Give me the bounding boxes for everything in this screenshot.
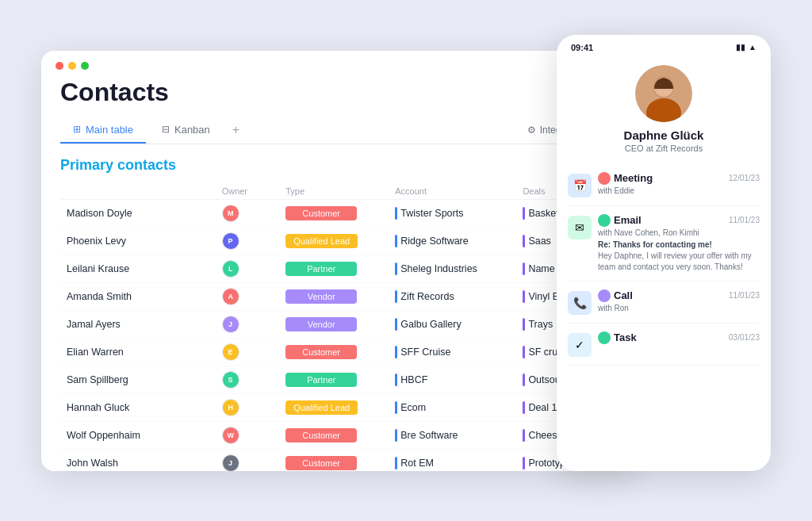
dot-green[interactable] (81, 62, 89, 70)
activity-type-label: Email (614, 214, 726, 226)
type-badge: Customer (285, 345, 357, 359)
tab-kanban[interactable]: ⊟ Kanban (149, 117, 223, 144)
tab-bar: ⊞ Main table ⊟ Kanban + ⚙ Integrate D R (60, 117, 617, 144)
title-bar (41, 51, 636, 78)
owner-avatar: E (222, 343, 239, 361)
activity-sub: with Nave Cohen, Ron Kimhi (598, 228, 760, 237)
table-row[interactable]: Phoenix Levy P Qualified Lead Ridge Soft… (60, 227, 617, 255)
activity-user-avatar (598, 331, 611, 344)
deals-bar (523, 207, 525, 220)
account-name: Rot EM (400, 458, 434, 469)
table-row[interactable]: Jamal Ayers J Vendor Galbu Gallery Trays (60, 310, 617, 338)
type-badge: Customer (285, 428, 357, 442)
table-row[interactable]: Sam Spillberg S Partner HBCF Outsourci (60, 366, 617, 393)
table-row[interactable]: Hannah Gluck H Qualified Lead Ecom Deal … (60, 393, 617, 421)
account-name: Bre Software (400, 430, 458, 441)
crm-header: Contacts ⊞ Main table ⊟ Kanban + ⚙ Integ… (41, 78, 636, 144)
account-name: Sheleg Industries (400, 263, 477, 274)
activity-type-icon: ✉ (575, 221, 584, 234)
account-name: Ridge Software (400, 236, 468, 247)
deals-bar (523, 401, 525, 414)
account-name: HBCF (400, 374, 427, 385)
activity-item[interactable]: 📅 Meeting 12/01/23 with Eddie (568, 164, 760, 206)
activity-date: 11/01/23 (729, 291, 760, 300)
contact-account: Rot EM (389, 449, 516, 471)
contact-name: Wolf Oppenhaim (60, 421, 216, 449)
contact-owner: M (216, 199, 280, 227)
activity-list: 📅 Meeting 12/01/23 with Eddie ✉ Email 11… (557, 164, 771, 471)
contact-type: Partner (279, 255, 389, 282)
profile-avatar (635, 65, 692, 122)
contact-type: Partner (279, 366, 389, 393)
account-name: SFF Cruise (400, 347, 450, 358)
tab-main-table[interactable]: ⊞ Main table (60, 117, 146, 144)
deals-bar (523, 290, 525, 303)
statusbar-time: 09:41 (571, 43, 593, 52)
deals-bar (523, 346, 525, 358)
contact-type: Customer (279, 421, 389, 449)
tab-kanban-label: Kanban (174, 124, 210, 136)
table-row[interactable]: Madison Doyle M Customer Twister Sports … (60, 199, 617, 227)
contact-type: Customer (279, 449, 389, 471)
activity-user-avatar (598, 172, 611, 185)
account-bar (395, 457, 397, 469)
contact-name: Amanda Smith (60, 282, 216, 310)
contact-account: Ecom (389, 393, 516, 421)
col-header-type: Type (279, 183, 389, 200)
crm-window: Contacts ⊞ Main table ⊟ Kanban + ⚙ Integ… (41, 51, 636, 471)
owner-avatar: H (222, 399, 239, 416)
account-bar (395, 262, 397, 275)
table-row[interactable]: Wolf Oppenhaim W Customer Bre Software C… (60, 421, 617, 449)
contact-owner: W (216, 421, 280, 449)
account-bar (395, 429, 397, 442)
profile-name: Daphne Glück (624, 128, 704, 142)
table-row[interactable]: Leilani Krause L Partner Sheleg Industri… (60, 255, 617, 282)
owner-avatar: P (222, 232, 239, 250)
account-bar (395, 401, 397, 414)
activity-type-icon: 📅 (573, 179, 587, 192)
wifi-icon: ▲ (749, 43, 756, 52)
contact-owner: A (216, 282, 280, 310)
activity-type-icon: ✓ (575, 339, 584, 351)
contact-owner: L (216, 255, 280, 282)
activity-top: Meeting 12/01/23 (598, 172, 760, 185)
tab-add-button[interactable]: + (226, 117, 246, 144)
dot-yellow[interactable] (68, 62, 76, 70)
table-row[interactable]: John Walsh J Customer Rot EM Prototype (60, 449, 617, 471)
contact-type: Qualified Lead (279, 393, 389, 421)
type-badge: Partner (285, 262, 357, 276)
activity-user-avatar (598, 289, 611, 302)
col-header-name (60, 183, 216, 200)
type-badge: Vendor (285, 317, 357, 331)
table-row[interactable]: Amanda Smith A Vendor Zift Records Vinyl… (60, 282, 617, 310)
activity-item[interactable]: 📞 Call 11/01/23 with Ron (568, 282, 760, 324)
account-bar (395, 207, 397, 220)
activity-body: Email 11/01/23 with Nave Cohen, Ron Kimh… (598, 214, 760, 273)
type-badge: Qualified Lead (285, 234, 358, 248)
contact-name: Madison Doyle (60, 199, 216, 227)
owner-avatar: M (222, 205, 239, 222)
contact-name: Elian Warren (60, 338, 216, 366)
mobile-panel: 09:41 ▮▮ ▲ Daphne Glück CEO at Zift Reco… (557, 35, 771, 471)
activity-item[interactable]: ✓ Task 03/01/23 (568, 324, 760, 366)
deals-name: Deal 1 (528, 402, 557, 413)
activity-top: Task 03/01/23 (598, 331, 760, 344)
page-title: Contacts (60, 78, 617, 107)
contact-name: Jamal Ayers (60, 310, 216, 338)
account-bar (395, 318, 397, 331)
deals-bar (523, 235, 525, 247)
contact-account: Bre Software (389, 421, 516, 449)
col-header-account: Account (389, 183, 516, 200)
activity-type-label: Task (614, 331, 726, 343)
contact-type: Vendor (279, 282, 389, 310)
activity-item[interactable]: ✉ Email 11/01/23 with Nave Cohen, Ron Ki… (568, 206, 760, 282)
deals-name: Trays (528, 319, 553, 330)
contact-name: Phoenix Levy (60, 227, 216, 255)
activity-date: 11/01/23 (729, 216, 760, 224)
dot-red[interactable] (56, 62, 63, 70)
profile-section: Daphne Glück CEO at Zift Records (557, 57, 771, 164)
contact-account: Galbu Gallery (389, 310, 516, 338)
contact-name: Hannah Gluck (60, 393, 216, 421)
table-row[interactable]: Elian Warren E Customer SFF Cruise SF cr… (60, 338, 617, 366)
activity-top: Call 11/01/23 (598, 289, 760, 302)
